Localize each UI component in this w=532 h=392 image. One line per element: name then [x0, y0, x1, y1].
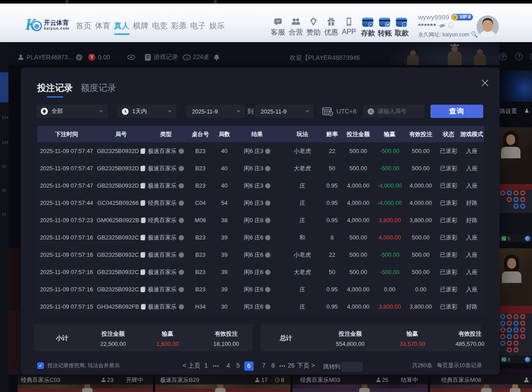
svg-text:局: 局	[369, 110, 373, 114]
svg-text:8: 8	[186, 55, 188, 59]
svg-text:⇄: ⇄	[386, 23, 389, 27]
svg-text:+: +	[370, 23, 372, 27]
